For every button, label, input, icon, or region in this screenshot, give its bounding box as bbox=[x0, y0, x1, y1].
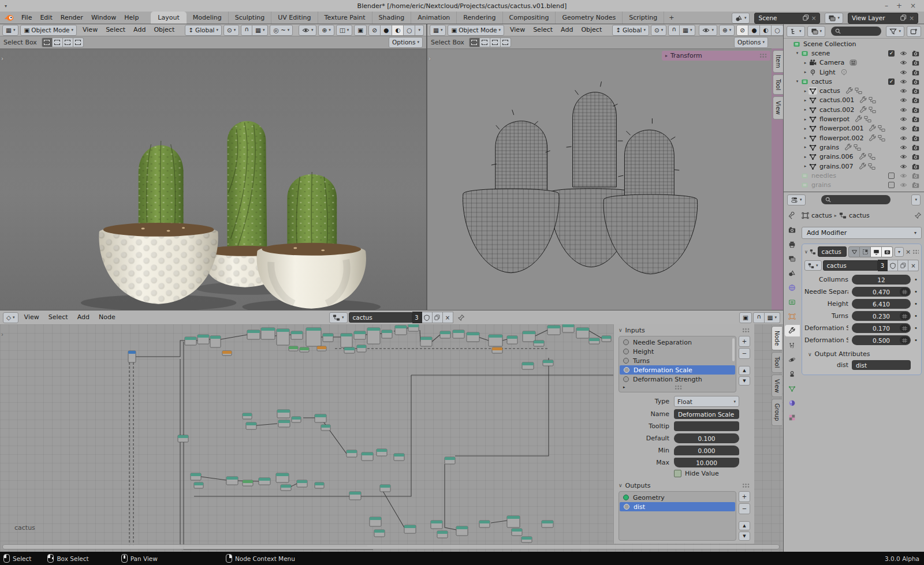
remove-input-button[interactable]: − bbox=[739, 348, 750, 359]
graph-node[interactable] bbox=[300, 347, 309, 352]
pivot-point-icon[interactable]: ⊙▾ bbox=[651, 25, 666, 36]
viewport-menu-view[interactable]: View bbox=[79, 24, 102, 36]
graph-node[interactable] bbox=[198, 335, 209, 344]
modifier-grip-icon[interactable] bbox=[912, 249, 919, 255]
graph-node[interactable] bbox=[278, 420, 290, 427]
properties-tab-object[interactable] bbox=[785, 310, 800, 322]
graph-node[interactable] bbox=[542, 521, 553, 527]
hide-in-viewport-icon[interactable] bbox=[900, 115, 907, 123]
resize-grip-icon[interactable] bbox=[675, 385, 682, 390]
type-select[interactable]: Float▾ bbox=[674, 396, 739, 407]
node-menu-node[interactable]: Node bbox=[94, 310, 120, 324]
graph-node[interactable] bbox=[534, 341, 544, 346]
graph-node[interactable] bbox=[315, 482, 324, 488]
input-socket-needle-separation[interactable]: Needle Separation bbox=[619, 338, 736, 347]
disclosure-icon[interactable]: ▸ bbox=[802, 164, 808, 169]
proportional-editing-icon[interactable]: ◎ ~▾ bbox=[270, 25, 293, 36]
animate-property-dot[interactable]: • bbox=[914, 337, 919, 343]
node-menu-view[interactable]: View bbox=[20, 310, 44, 324]
scene-name-field[interactable]: Scene × bbox=[754, 13, 820, 24]
new-view-layer-icon[interactable] bbox=[900, 14, 907, 21]
graph-node[interactable] bbox=[243, 413, 252, 419]
display-mode-icon[interactable]: ▾ bbox=[807, 26, 826, 37]
outliner-row-grains-007[interactable]: ▸grains.007 bbox=[784, 162, 924, 171]
render-toggle-icon[interactable] bbox=[882, 246, 893, 257]
properties-tab-collection[interactable] bbox=[785, 296, 800, 308]
collapse-icon[interactable]: ∨ bbox=[804, 249, 808, 255]
properties-tab-particles[interactable] bbox=[785, 339, 800, 351]
graph-node[interactable] bbox=[210, 336, 221, 347]
dist-field[interactable]: dist bbox=[852, 360, 911, 370]
tab-layout[interactable]: Layout bbox=[151, 12, 186, 24]
new-collection-icon[interactable] bbox=[907, 26, 921, 37]
tab-uv-editing[interactable]: UV Editing bbox=[271, 12, 318, 24]
snap-magnet-icon[interactable]: ∪ bbox=[241, 25, 252, 36]
inputs-section-header[interactable]: ∨Inputs bbox=[614, 324, 754, 336]
graph-node[interactable] bbox=[370, 517, 381, 526]
graph-node[interactable] bbox=[281, 485, 291, 491]
graph-node[interactable] bbox=[512, 529, 522, 536]
disclosure-icon[interactable]: ▸ bbox=[802, 126, 808, 131]
gizmos-toggle-icon[interactable]: ⊕▾ bbox=[318, 25, 334, 36]
graph-node[interactable] bbox=[440, 331, 450, 338]
new-scene-icon[interactable] bbox=[803, 14, 809, 21]
select-mode-extend[interactable] bbox=[480, 38, 490, 47]
disable-in-render-icon[interactable] bbox=[912, 69, 919, 76]
pin-icon[interactable] bbox=[458, 314, 465, 321]
graph-node[interactable] bbox=[408, 324, 419, 331]
graph-node[interactable] bbox=[191, 473, 201, 480]
outliner-row-cactus[interactable]: ▸cactus bbox=[784, 86, 924, 95]
tab-compositing[interactable]: Compositing bbox=[503, 12, 556, 24]
panel-grip-icon[interactable] bbox=[759, 53, 767, 58]
tab-texture-paint[interactable]: Texture Paint bbox=[318, 12, 372, 24]
graph-node[interactable] bbox=[543, 360, 553, 366]
move-input-down-button[interactable]: ▼ bbox=[739, 376, 750, 386]
hide-in-viewport-icon[interactable] bbox=[900, 69, 907, 76]
shading-solid-icon[interactable]: ● bbox=[381, 25, 392, 36]
tab-rendering[interactable]: Rendering bbox=[457, 12, 502, 24]
fake-user-shield-icon[interactable] bbox=[888, 260, 898, 271]
shading-options-icon[interactable]: ▾ bbox=[415, 25, 424, 36]
graph-node[interactable] bbox=[178, 435, 188, 442]
blender-logo-icon[interactable] bbox=[3, 13, 15, 23]
move-output-up-button[interactable]: ▲ bbox=[739, 521, 750, 530]
disable-in-render-icon[interactable] bbox=[912, 163, 919, 170]
viewport-menu-object[interactable]: Object bbox=[150, 24, 178, 36]
field-value-needle-separa-[interactable]: 0.470 bbox=[852, 287, 911, 297]
graph-node[interactable] bbox=[276, 473, 289, 482]
graph-node[interactable] bbox=[467, 332, 479, 342]
disable-in-render-icon[interactable] bbox=[912, 172, 919, 179]
disclosure-icon[interactable]: ▸ bbox=[802, 70, 808, 74]
xray-toggle-icon[interactable]: ▣ bbox=[354, 25, 367, 36]
remove-view-layer-icon[interactable]: × bbox=[909, 14, 914, 21]
hide-in-viewport-icon[interactable] bbox=[900, 87, 907, 95]
outliner-row-cactus-002[interactable]: ▸cactus.002 bbox=[784, 105, 924, 114]
graph-node[interactable] bbox=[576, 328, 589, 338]
transform-orientation[interactable]: ↕ Global▾ bbox=[185, 25, 222, 36]
select-mode-subtract[interactable] bbox=[63, 38, 73, 47]
select-mode-intersect[interactable] bbox=[501, 38, 511, 47]
node-menu-select[interactable]: Select bbox=[44, 310, 73, 324]
select-mode-intersect[interactable] bbox=[73, 38, 84, 47]
graph-node[interactable] bbox=[507, 516, 520, 527]
graph-node[interactable] bbox=[404, 525, 416, 533]
graph-node[interactable] bbox=[247, 330, 260, 339]
mode-selector[interactable]: ▣ Object Mode▾ bbox=[20, 25, 77, 36]
object-visibility-icon[interactable]: ▾ bbox=[699, 25, 717, 36]
output-socket-dist[interactable]: dist bbox=[620, 502, 735, 511]
properties-tab-render[interactable] bbox=[785, 224, 800, 235]
remove-modifier-icon[interactable]: × bbox=[906, 248, 911, 256]
hide-in-viewport-icon[interactable] bbox=[900, 153, 907, 160]
graph-node[interactable] bbox=[602, 336, 611, 342]
graph-node[interactable] bbox=[321, 425, 330, 431]
shading-wireframe-icon[interactable]: ⊘ bbox=[736, 25, 748, 36]
unlink-scene-icon[interactable]: × bbox=[811, 14, 817, 21]
snap-magnet-icon[interactable]: ∪ bbox=[668, 25, 680, 36]
outliner-row-needles[interactable]: needles bbox=[784, 171, 924, 180]
graph-node[interactable] bbox=[437, 531, 448, 538]
graph-node[interactable] bbox=[479, 521, 490, 527]
hide-in-viewport-icon[interactable] bbox=[900, 144, 907, 151]
select-mode-new[interactable] bbox=[42, 38, 53, 47]
field-value-deformation-s-[interactable]: 0.500 bbox=[852, 335, 911, 345]
graph-node[interactable] bbox=[292, 417, 301, 422]
